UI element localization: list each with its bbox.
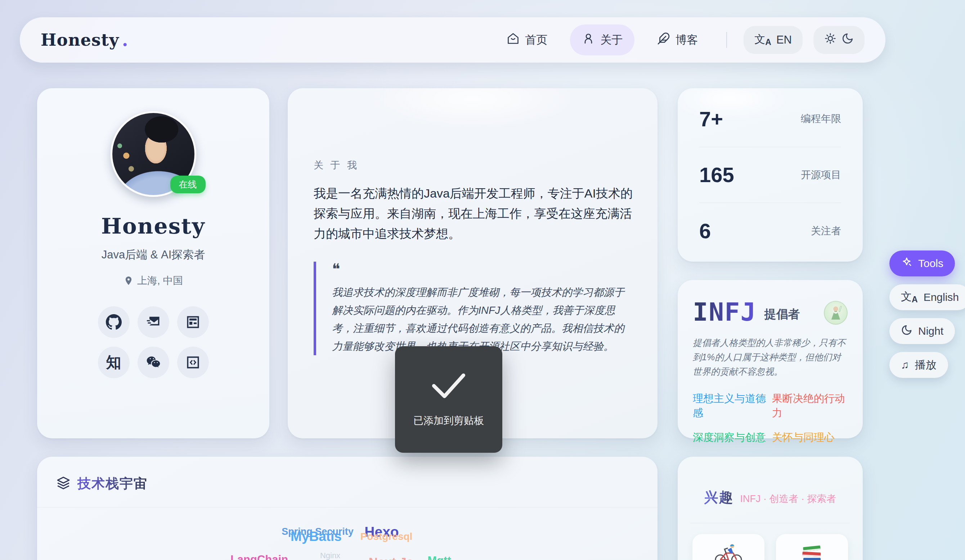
zhihu-icon: 知 (106, 352, 121, 372)
nav-item-about[interactable]: 关于 (570, 24, 635, 56)
wechat-icon (146, 354, 161, 370)
music-icon: ♫ (901, 359, 909, 370)
zhihu-link[interactable]: 知 (98, 346, 130, 378)
check-icon (427, 370, 470, 402)
mbti-description: 提倡者人格类型的人非常稀少，只有不到1%的人口属于这种类型，但他们对世界的贡献不… (693, 335, 847, 379)
tools-button[interactable]: Tools (890, 250, 955, 276)
layers-icon (57, 476, 70, 491)
nav-divider (726, 32, 727, 48)
interests-card: 兴趣 INFJ · 创造者 · 探索者 (678, 457, 863, 560)
social-links: 知 (37, 306, 269, 378)
profile-role: Java后端 & AI探索者 (37, 247, 269, 262)
code-box-icon (185, 354, 201, 370)
tools-button-label: Tools (918, 257, 944, 269)
stats-card: 7+ 编程年限 165 开源项目 6 关注者 (678, 88, 863, 262)
feather-icon (657, 32, 670, 48)
tech-stack-title: 技术栈宇宙 (77, 475, 148, 493)
github-icon (106, 314, 122, 330)
stat-value: 7+ (699, 107, 723, 131)
language-toggle-label: EN (776, 33, 792, 46)
nav-item-blog[interactable]: 博客 (645, 24, 710, 56)
wizard-icon (826, 303, 846, 322)
interests-subtitle: INFJ · 创造者 · 探索者 (740, 492, 836, 505)
page-root: { "navbar": { "logo": "Honesty", "logo_d… (0, 0, 965, 560)
profile-name: Honesty (37, 214, 269, 238)
about-quote-block: ❝ 我追求技术的深度理解而非广度堆砌，每一项技术的学习都源于解决实际问题的内在驱… (314, 262, 634, 355)
status-badge: 在线 (170, 176, 206, 193)
stat-label: 关注者 (811, 224, 841, 238)
nav-item-label: 首页 (525, 33, 547, 47)
nav-item-home[interactable]: 首页 (495, 24, 559, 56)
stat-row-projects: 165 开源项目 (699, 160, 841, 190)
clipboard-toast: 已添加到剪贴板 (395, 346, 502, 453)
profile-location: 上海, 中国 (37, 274, 269, 287)
stat-value: 165 (699, 163, 734, 187)
github-link[interactable] (98, 306, 130, 338)
stat-row-years: 7+ 编程年限 (699, 104, 841, 134)
play-music-button[interactable]: ♫ 播放 (890, 352, 948, 378)
stat-row-followers: 6 关注者 (699, 216, 841, 246)
moon-icon (841, 33, 854, 47)
site-logo[interactable]: Honesty (41, 30, 119, 50)
mbti-alias: 提倡者 (764, 306, 800, 325)
wand-icon (901, 256, 913, 271)
interest-item-cycling (692, 534, 764, 560)
cloud-word: Nginx (320, 551, 340, 560)
stat-value: 6 (699, 219, 711, 243)
about-intro-text: 我是一名充满热情的Java后端开发工程师，专注于AI技术的探索与应用。来自湖南，… (314, 183, 634, 244)
cloud-word: Next.Js (369, 555, 414, 560)
sun-icon (824, 33, 836, 47)
about-section-label: 关 于 我 (314, 159, 634, 171)
about-quote-text: 我追求技术的深度理解而非广度堆砌，每一项技术的学习都源于解决实际问题的内在驱动。… (332, 283, 634, 355)
trait-grid: 理想主义与道德感 果断决绝的行动力 深度洞察与创意 关怀与同理心 (693, 392, 847, 445)
nav-item-label: 关于 (600, 33, 623, 47)
mail-send-icon (146, 314, 161, 330)
trait-label: 关怀与同理心 (772, 431, 847, 445)
tech-word-cloud: Spring Security MyBatis Hexo Postgresql … (37, 524, 658, 560)
play-music-label: 播放 (915, 358, 937, 372)
blog-link[interactable] (177, 306, 209, 338)
floating-toolbar: Tools 文A English Night ♫ 播放 (890, 250, 965, 378)
trait-label: 果断决绝的行动力 (772, 392, 847, 420)
books-icon (797, 544, 828, 560)
nav-menu: 首页 关于 博客 文A EN (495, 24, 865, 56)
location-pin-icon (124, 276, 134, 286)
nav-item-label: 博客 (676, 33, 698, 47)
cloud-word: Postgresql (360, 531, 413, 542)
avatar-wrap: 在线 (111, 111, 196, 197)
interest-grid (678, 534, 863, 560)
trait-label: 理想主义与道德感 (693, 392, 769, 420)
theme-toggle[interactable] (813, 26, 865, 54)
quote-mark-icon: ❝ (332, 262, 634, 277)
language-switch-label: English (924, 291, 959, 304)
mbti-type: INFJ (693, 299, 757, 325)
night-mode-button[interactable]: Night (890, 318, 955, 344)
email-link[interactable] (137, 306, 169, 338)
mbti-mascot-avatar (824, 301, 847, 325)
profile-card: 在线 Honesty Java后端 & AI探索者 上海, 中国 知 (37, 88, 269, 438)
interests-title: 兴趣 (704, 488, 734, 507)
language-toggle[interactable]: 文A EN (744, 26, 803, 54)
translate-icon: 文A (901, 291, 918, 304)
cloud-word: Mqtt (427, 554, 451, 560)
cloud-word: LangChain (231, 553, 288, 560)
divider (699, 202, 841, 203)
stat-label: 开源项目 (801, 168, 841, 182)
logo-dot: . (122, 30, 128, 50)
divider (699, 147, 841, 147)
top-navbar: Honesty . 首页 关于 博客 文A EN (20, 17, 885, 63)
trait-label: 深度洞察与创意 (693, 431, 769, 445)
cycling-icon (713, 544, 744, 560)
code-profile-link[interactable] (177, 346, 209, 378)
moon-icon (901, 324, 913, 338)
cloud-word: MyBatis (291, 529, 342, 544)
personality-card: INFJ 提倡者 提倡者人格类型的人非常稀少，只有不到1%的人口属于这种类型，但… (678, 280, 863, 438)
toast-message: 已添加到剪贴板 (413, 414, 484, 428)
language-switch-button[interactable]: 文A English (890, 284, 965, 310)
wechat-link[interactable] (137, 346, 169, 378)
location-text: 上海, 中国 (137, 274, 183, 287)
divider (37, 507, 658, 508)
night-mode-label: Night (918, 325, 944, 337)
divider (690, 523, 850, 523)
tech-stack-card: 技术栈宇宙 Spring Security MyBatis Hexo Postg… (37, 457, 658, 560)
